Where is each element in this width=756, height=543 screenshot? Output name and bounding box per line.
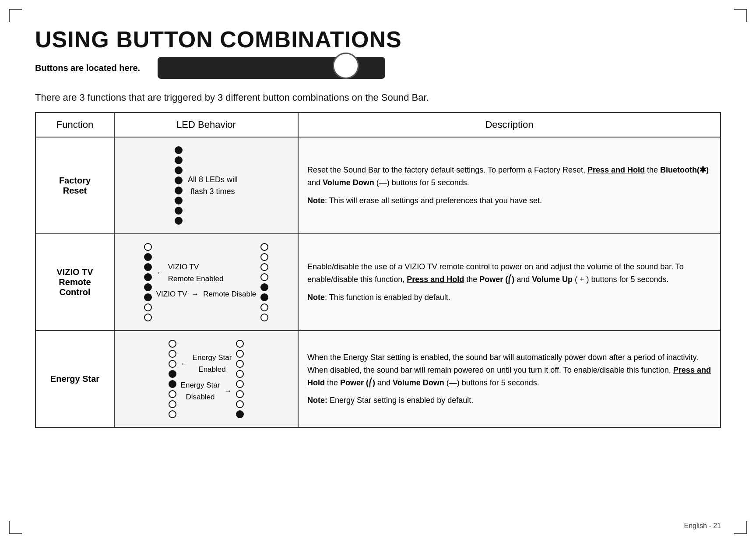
led-er-6 (236, 390, 244, 398)
led-dot-1 (175, 146, 183, 154)
led-el-3 (169, 360, 176, 368)
led-right-7 (260, 303, 268, 311)
header-row: Buttons are located here. (35, 57, 721, 79)
led-right-2 (260, 253, 268, 261)
led-er-2 (236, 350, 244, 358)
desc-energy-star: When the Energy Star setting is enabled,… (298, 331, 721, 427)
led-el-5 (169, 380, 176, 388)
led-el-6 (169, 390, 176, 398)
led-el-1 (169, 340, 176, 348)
desc-vizio-tv: Enable/disable the use of a VIZIO TV rem… (298, 234, 721, 331)
table-header-row: Function LED Behavior Description (35, 113, 721, 137)
led-factory-reset: All 8 LEDs willflash 3 times (114, 137, 298, 234)
led-dot-5 (175, 187, 183, 194)
led-el-2 (169, 350, 176, 358)
led-label-factory: All 8 LEDs willflash 3 times (188, 174, 238, 197)
desc-factory-reset: Reset the Sound Bar to the factory defau… (298, 137, 721, 234)
led-er-7 (236, 400, 244, 408)
led-right-6 (260, 293, 268, 301)
led-left-3 (144, 263, 152, 271)
arrow-left-vizio-enabled: ← (156, 267, 164, 279)
page-title: USING BUTTON COMBINATIONS (35, 26, 721, 53)
led-left-7 (144, 303, 152, 311)
led-right-4 (260, 273, 268, 281)
arrow-left-energy-enabled: ← (181, 358, 188, 370)
corner-mark-tr (734, 9, 747, 22)
led-er-3 (236, 360, 244, 368)
corner-mark-tl (9, 9, 22, 22)
arrow-right-vizio-disabled: → (191, 288, 199, 300)
corner-mark-bl (9, 521, 22, 534)
led-er-4 (236, 370, 244, 378)
table-row-energy-star: Energy Star (35, 331, 721, 427)
combinations-table: Function LED Behavior Description Factor… (35, 112, 721, 428)
led-er-5 (236, 380, 244, 388)
led-dot-8 (175, 217, 183, 225)
led-energy-right (236, 340, 244, 418)
function-energy-star: Energy Star (35, 331, 114, 427)
led-left-4 (144, 273, 152, 281)
led-left-5 (144, 283, 152, 291)
led-dots-right (260, 243, 268, 321)
table-row-vizio-tv: VIZIO TVRemoteControl (35, 234, 721, 331)
function-factory-reset: FactoryReset (35, 137, 114, 234)
led-el-4 (169, 370, 176, 378)
led-dot-2 (175, 156, 183, 164)
header-led: LED Behavior (114, 113, 298, 137)
intro-text: There are 3 functions that are triggered… (35, 92, 721, 103)
soundbar-image (158, 57, 385, 79)
header-description: Description (298, 113, 721, 137)
led-vizio-tv: ← VIZIO TVRemote Enabled VIZIO TV → Remo… (114, 234, 298, 331)
led-dot-4 (175, 176, 183, 184)
soundbar-circle (333, 53, 359, 79)
page-number: English - 21 (684, 522, 721, 530)
led-left-2 (144, 253, 152, 261)
led-er-1 (236, 340, 244, 348)
led-energy-star: ← Energy StarEnabled Energy StarDisabled… (114, 331, 298, 427)
corner-mark-br (734, 521, 747, 534)
led-labels-energy: ← Energy StarEnabled Energy StarDisabled… (181, 352, 232, 406)
led-energy-left (169, 340, 176, 418)
led-left-6 (144, 293, 152, 301)
led-dots-left (144, 243, 152, 321)
led-left-1 (144, 243, 152, 251)
led-el-8 (169, 410, 176, 418)
led-el-7 (169, 400, 176, 408)
led-dot-3 (175, 166, 183, 174)
buttons-located-label: Buttons are located here. (35, 63, 140, 73)
header-function: Function (35, 113, 114, 137)
led-right-1 (260, 243, 268, 251)
led-dots-factory (175, 146, 183, 225)
led-labels-vizio: ← VIZIO TVRemote Enabled VIZIO TV → Remo… (156, 261, 257, 304)
led-er-8 (236, 410, 244, 418)
arrow-right-energy-disabled: → (224, 385, 232, 397)
led-right-3 (260, 263, 268, 271)
led-dot-7 (175, 207, 183, 215)
led-dot-6 (175, 197, 183, 205)
led-left-8 (144, 314, 152, 321)
led-right-8 (260, 314, 268, 321)
led-right-5 (260, 283, 268, 291)
table-row-factory-reset: FactoryReset All 8 LEDs willflash 3 time… (35, 137, 721, 234)
function-vizio-tv: VIZIO TVRemoteControl (35, 234, 114, 331)
